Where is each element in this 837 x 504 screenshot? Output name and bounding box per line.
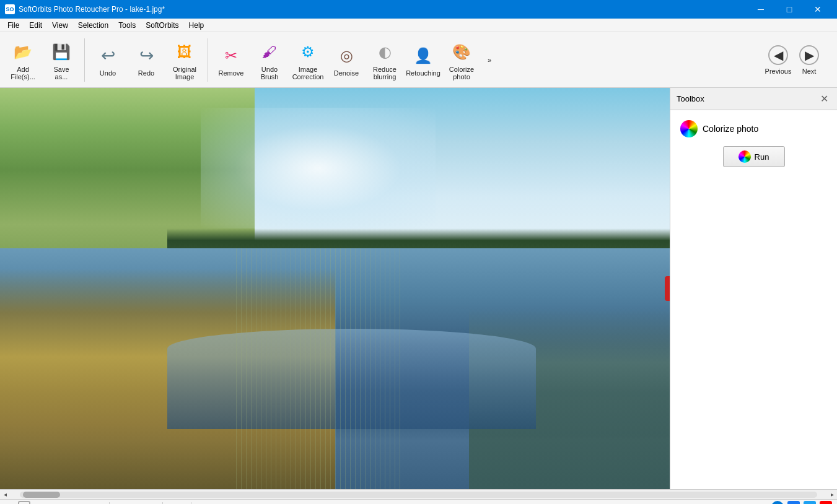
more-tools-button[interactable]: » <box>482 36 497 84</box>
toolbar: 📂 AddFile(s)... 💾 Saveas... ↩ Undo ↪ Red… <box>0 32 837 88</box>
add-label: AddFile(s)... <box>11 66 35 80</box>
zoom-minus[interactable]: − <box>34 502 39 505</box>
next-arrow-icon: ▶ <box>799 45 819 65</box>
original-image-button[interactable]: 🖼 OriginalImage <box>167 36 203 84</box>
menu-file[interactable]: File <box>2 20 24 31</box>
toolbox-close-button[interactable]: ✕ <box>818 92 831 106</box>
previous-label: Previous <box>765 67 792 75</box>
colorize-icon: 🎨 <box>449 40 474 64</box>
zoom-plus[interactable]: + <box>96 502 101 505</box>
retouch-label: Retouching <box>406 69 440 77</box>
reduce-blurring-button[interactable]: ◐ Reduceblurring <box>367 36 403 84</box>
colorize-button[interactable]: 🎨 Colorizephoto <box>444 36 480 84</box>
retouch-icon: 👤 <box>411 43 436 68</box>
app-icon: SO <box>5 4 15 14</box>
previous-button[interactable]: ◀ Previous <box>763 36 794 84</box>
scroll-right-button[interactable]: ▸ <box>827 490 837 500</box>
image-canvas <box>0 88 670 489</box>
save-as-button[interactable]: 💾 Saveas... <box>43 36 79 84</box>
minimize-button[interactable]: ─ <box>747 0 775 19</box>
facebook-button[interactable]: f <box>787 501 800 505</box>
save-label: Saveas... <box>53 66 69 80</box>
run-label: Run <box>755 152 769 162</box>
menu-softorbits[interactable]: SoftOrbits <box>141 20 183 31</box>
info-button[interactable]: ℹ <box>771 501 784 505</box>
remove-button[interactable]: ✂ Remove <box>213 36 249 84</box>
remove-label: Remove <box>219 69 244 77</box>
remove-icon: ✂ <box>219 43 243 68</box>
denoise-icon: ◎ <box>334 43 359 68</box>
undo-label: Undo <box>100 69 116 77</box>
status-divider-1 <box>109 502 110 505</box>
colorize-title-row: Colorize photo <box>680 120 827 137</box>
next-button[interactable]: ▶ Next <box>794 36 825 84</box>
zoom-fit-button[interactable]: ⊞ <box>18 501 30 505</box>
scroll-thumb[interactable] <box>23 492 60 498</box>
title-bar: SO SoftOrbits Photo Retoucher Pro - lake… <box>0 0 837 19</box>
menu-bar: File Edit View Selection Tools SoftOrbit… <box>0 19 837 32</box>
run-button[interactable]: Run <box>723 146 785 167</box>
correction-label: ImageCorrection <box>292 66 324 80</box>
toolbox-content: Colorize photo Run <box>670 110 837 177</box>
main-area: Toolbox ✕ Colorize photo Run <box>0 88 837 489</box>
toolbox-title: Toolbox <box>677 94 704 103</box>
menu-help[interactable]: Help <box>184 20 209 31</box>
scroll-left-button[interactable]: ◂ <box>0 490 10 500</box>
horizontal-scrollbar[interactable]: ◂ ▸ <box>0 489 837 499</box>
add-icon: 📂 <box>11 40 35 64</box>
reduce-label: Reduceblurring <box>373 66 397 80</box>
colorize-photo-icon <box>680 120 698 137</box>
previous-arrow-icon: ◀ <box>768 45 788 65</box>
original-label: OriginalImage <box>173 66 196 80</box>
run-button-icon <box>738 150 751 163</box>
status-divider-2 <box>162 502 163 505</box>
toolbox-panel: Toolbox ✕ Colorize photo Run <box>670 88 837 489</box>
brush-label: UndoBrush <box>261 66 279 80</box>
zoom-section: 1:1 ⊞ − + <box>5 501 102 505</box>
next-label: Next <box>802 67 817 75</box>
cloud-glow <box>201 108 435 228</box>
colorize-photo-title: Colorize photo <box>703 124 758 134</box>
toolbar-separator-2 <box>208 38 208 82</box>
maximize-button[interactable]: □ <box>775 0 804 19</box>
toolbox-header: Toolbox ✕ <box>670 88 837 110</box>
menu-tools[interactable]: Tools <box>113 20 141 31</box>
reeds-detail <box>234 248 401 489</box>
status-bar: 1:1 ⊞ − + Time (s): 0.8 JPG (2000x1125x2… <box>0 499 837 504</box>
colorize-label: Colorizephoto <box>449 66 474 80</box>
redo-icon: ↪ <box>134 43 159 68</box>
menu-edit[interactable]: Edit <box>24 20 47 31</box>
menu-view[interactable]: View <box>47 20 73 31</box>
image-correction-button[interactable]: ⚙ ImageCorrection <box>290 36 326 84</box>
app-title: SoftOrbits Photo Retoucher Pro - lake-1.… <box>19 5 165 14</box>
undo-icon: ↩ <box>95 43 120 68</box>
status-divider-3 <box>191 502 191 505</box>
twitter-button[interactable]: 🐦 <box>804 501 816 505</box>
add-files-button[interactable]: 📂 AddFile(s)... <box>5 36 41 84</box>
canvas-area[interactable] <box>0 88 670 489</box>
save-icon: 💾 <box>49 40 74 64</box>
retouching-button[interactable]: 👤 Retouching <box>405 36 441 84</box>
denoise-button[interactable]: ◎ Denoise <box>328 36 364 84</box>
correction-icon: ⚙ <box>296 40 320 64</box>
window-controls: ─ □ ✕ <box>747 0 832 19</box>
redo-button[interactable]: ↪ Redo <box>128 36 164 84</box>
nav-buttons: ◀ Previous ▶ Next <box>763 32 825 88</box>
scroll-track[interactable] <box>20 492 817 498</box>
close-button[interactable]: ✕ <box>804 0 832 19</box>
reduce-icon: ◐ <box>372 40 397 64</box>
youtube-button[interactable]: ▶ <box>820 501 832 505</box>
redo-label: Redo <box>138 69 154 77</box>
original-icon: 🖼 <box>172 40 197 64</box>
more-icon: » <box>488 56 491 64</box>
undo-button[interactable]: ↩ Undo <box>90 36 126 84</box>
panel-toggle-tab[interactable] <box>665 276 670 301</box>
social-icons: ℹ f 🐦 ▶ <box>771 501 832 505</box>
toolbar-separator-1 <box>84 38 85 82</box>
menu-selection[interactable]: Selection <box>73 20 113 31</box>
brush-icon: 🖌 <box>257 40 282 64</box>
undo-brush-button[interactable]: 🖌 UndoBrush <box>252 36 287 84</box>
denoise-label: Denoise <box>334 69 359 77</box>
